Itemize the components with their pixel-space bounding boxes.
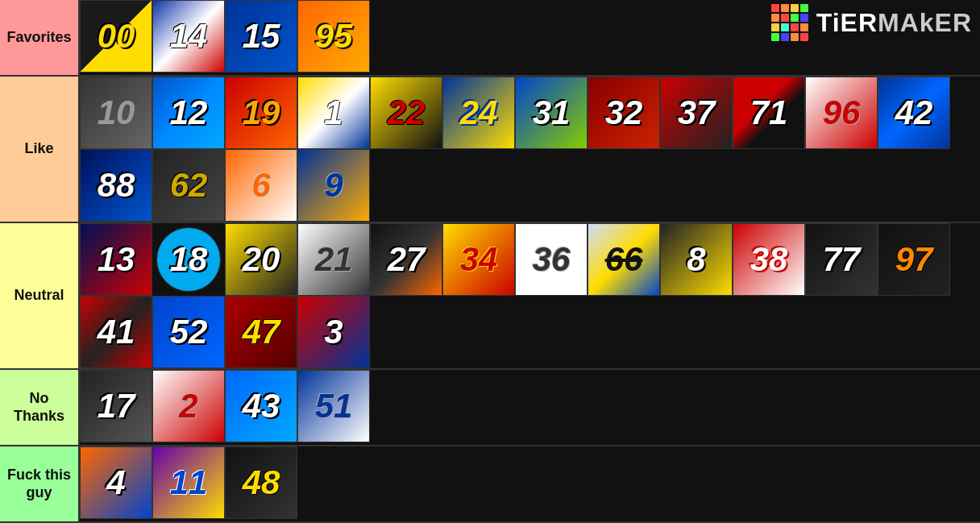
tier-label-favorites: Favorites — [0, 0, 80, 75]
car-item-62[interactable]: 62 — [152, 149, 225, 222]
tier-items-nothanks: 1724351 — [80, 370, 980, 445]
tier-row-like: Like10121912224313237719642886269 — [0, 77, 980, 223]
car-item-97[interactable]: 97 — [878, 223, 950, 296]
tier-items-subrow: 4152473 — [80, 296, 980, 368]
tier-label-fuckthisguy: Fuck this guy — [0, 446, 80, 521]
tiermaker-logo-bar: TiERMAkER — [771, 4, 972, 41]
car-item-24[interactable]: 24 — [442, 77, 515, 149]
tier-row-neutral: Neutral131820212734366683877974152473 — [0, 223, 980, 370]
car-item-15[interactable]: 15 — [225, 0, 297, 73]
car-item-9[interactable]: 9 — [297, 149, 370, 222]
tier-items-subrow: 10121912224313237719642 — [80, 77, 980, 149]
car-item-18[interactable]: 18 — [156, 227, 221, 292]
car-item-41[interactable]: 41 — [80, 296, 152, 368]
car-item-31[interactable]: 31 — [515, 77, 588, 149]
car-item-22[interactable]: 22 — [370, 77, 442, 149]
car-item-47[interactable]: 47 — [225, 296, 297, 368]
tier-items-neutral: 131820212734366683877974152473 — [80, 223, 980, 368]
car-item-51[interactable]: 51 — [297, 370, 370, 442]
car-item-52[interactable]: 52 — [152, 296, 225, 368]
car-item-4[interactable]: 4 — [80, 446, 152, 519]
car-item-96[interactable]: 96 — [805, 77, 878, 149]
car-item-17[interactable]: 17 — [80, 370, 152, 442]
car-item-42[interactable]: 42 — [878, 77, 950, 149]
car-item-8[interactable]: 8 — [660, 223, 733, 296]
car-item-27[interactable]: 27 — [370, 223, 442, 296]
car-item-10[interactable]: 10 — [80, 77, 152, 149]
car-item-95[interactable]: 95 — [297, 0, 370, 73]
car-item-77[interactable]: 77 — [805, 223, 878, 296]
tier-row-fuckthisguy: Fuck this guy41148 — [0, 446, 980, 523]
car-item-66[interactable]: 66 — [588, 223, 660, 296]
logo-maker-part: MAkER — [878, 8, 972, 37]
tier-table: Favorites00141595Like1012191222431323771… — [0, 0, 980, 523]
tier-items-like: 10121912224313237719642886269 — [80, 77, 980, 222]
car-item-19[interactable]: 19 — [225, 77, 297, 149]
car-item-20[interactable]: 20 — [225, 223, 297, 296]
car-item-32[interactable]: 32 — [588, 77, 660, 149]
car-item-12[interactable]: 12 — [152, 77, 225, 149]
tier-label-nothanks: No Thanks — [0, 370, 80, 445]
car-item-14[interactable]: 14 — [152, 0, 225, 73]
car-item-43[interactable]: 43 — [225, 370, 297, 442]
car-item-48[interactable]: 48 — [225, 446, 297, 519]
car-item-36[interactable]: 36 — [515, 223, 588, 296]
car-item-11[interactable]: 11 — [152, 446, 225, 519]
tier-items-subrow: 13182021273436668387797 — [80, 223, 980, 296]
tier-row-nothanks: No Thanks1724351 — [0, 370, 980, 446]
car-item-21[interactable]: 21 — [297, 223, 370, 296]
tier-items-fuckthisguy: 41148 — [80, 446, 980, 521]
car-item-38[interactable]: 38 — [733, 223, 805, 296]
car-item-71[interactable]: 71 — [733, 77, 805, 149]
tier-label-neutral: Neutral — [0, 223, 80, 368]
tier-items-subrow: 886269 — [80, 149, 980, 222]
car-item-34[interactable]: 34 — [442, 223, 515, 296]
car-item-88[interactable]: 88 — [80, 149, 152, 222]
car-item-13[interactable]: 13 — [80, 223, 152, 296]
car-item-2[interactable]: 2 — [152, 370, 225, 442]
car-item-1[interactable]: 1 — [297, 77, 370, 149]
car-item-3[interactable]: 3 — [297, 296, 370, 368]
car-item-37[interactable]: 37 — [660, 77, 733, 149]
logo-pixel-grid — [771, 4, 808, 41]
logo-text: TiERMAkER — [816, 8, 972, 38]
tier-label-like: Like — [0, 77, 80, 222]
logo-tier-part: TiER — [816, 8, 878, 37]
car-item-6[interactable]: 6 — [225, 149, 297, 222]
app-wrapper: TiERMAkER Favorites00141595Like101219122… — [0, 0, 980, 523]
car-item-00[interactable]: 00 — [80, 0, 152, 73]
